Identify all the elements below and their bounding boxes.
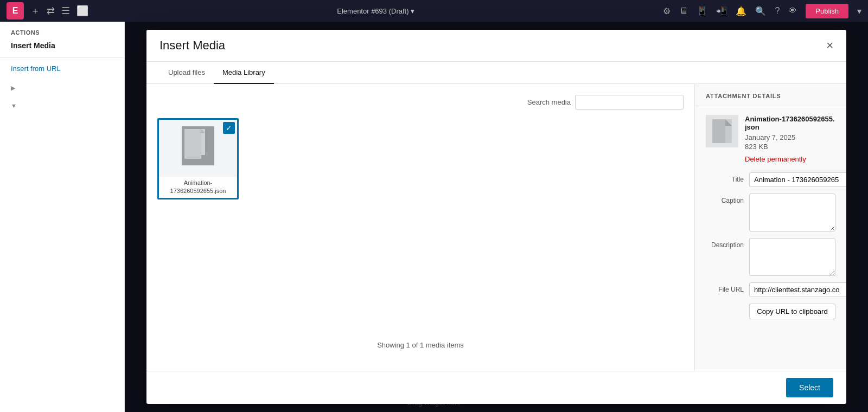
attachment-panel: ATTACHMENT DETAILS Animation-17362605926… (694, 84, 846, 371)
modal-tabs: Upload files Media Library (146, 62, 846, 84)
search-label: Search media (527, 98, 571, 106)
toolbar-right: ⚙ 🖥 📱 📲 🔔 🔍 ? 👁 Publish ▾ (663, 4, 861, 18)
attachment-delete-link[interactable]: Delete permanently (745, 155, 806, 163)
title-label: Title (706, 172, 749, 183)
elementor-logo[interactable]: E (7, 2, 24, 20)
caption-field-row: Caption (706, 194, 835, 231)
svg-rect-4 (184, 129, 201, 159)
attachment-date: January 7, 2025 (745, 133, 835, 141)
description-field-row: Description (706, 238, 835, 276)
tab-media-library[interactable]: Media Library (214, 62, 274, 84)
attachment-size: 823 KB (745, 143, 835, 151)
caption-label: Caption (706, 194, 749, 204)
title-field-row: Title (706, 172, 835, 187)
media-item-check: ✓ (223, 122, 235, 134)
search-input[interactable] (575, 95, 684, 110)
search-icon[interactable]: 🔍 (755, 6, 766, 16)
attachment-fields: Title Caption Description (695, 172, 846, 334)
file-url-field-row: File URL (706, 282, 835, 297)
select-button[interactable]: Select (786, 378, 833, 397)
modal-footer: Select (146, 371, 846, 404)
file-url-label: File URL (706, 282, 749, 293)
svg-rect-6 (712, 119, 725, 143)
modal-overlay: Insert Media × Upload files Media Librar… (125, 22, 868, 412)
attachment-thumbnail (706, 115, 738, 147)
modal-close-button[interactable]: × (826, 40, 833, 52)
history-icon[interactable]: ⇄ (47, 5, 55, 17)
file-url-input[interactable] (749, 282, 846, 297)
copy-url-button[interactable]: Copy URL to clipboard (749, 304, 835, 319)
insert-media-modal: Insert Media × Upload files Media Librar… (146, 30, 846, 404)
attachment-filename: Animation-1736260592655.json (745, 115, 835, 131)
media-grid-area: Search media (146, 84, 694, 371)
notifications-icon[interactable]: 🔔 (736, 6, 746, 16)
top-toolbar: E ＋ ⇄ ☰ ⬜ Elementor #693 (Draft) ▾ ⚙ 🖥 📱… (0, 0, 868, 22)
layers-icon[interactable]: ☰ (61, 5, 70, 17)
sidebar-arrow-1: ▶ (0, 79, 124, 97)
sidebar-arrow-2: ▼ (0, 97, 124, 114)
toolbar-left: E ＋ ⇄ ☰ ⬜ (7, 2, 88, 20)
attachment-preview: Animation-1736260592655.json January 7, … (695, 106, 846, 172)
tab-upload-files[interactable]: Upload files (159, 62, 214, 84)
description-textarea[interactable] (749, 238, 835, 276)
attachment-info: Animation-1736260592655.json January 7, … (745, 115, 835, 164)
file-icon (182, 126, 214, 165)
modal-header: Insert Media × (146, 30, 846, 62)
publish-button[interactable]: Publish (806, 4, 848, 18)
attachment-details-header: ATTACHMENT DETAILS (695, 84, 846, 106)
modal-title: Insert Media (159, 38, 225, 53)
mobile-icon[interactable]: 📲 (716, 6, 727, 16)
publish-dropdown-icon[interactable]: ▾ (857, 6, 861, 16)
sidebar-section-label: Actions (0, 22, 124, 38)
description-label: Description (706, 238, 749, 249)
sidebar-insert-url-link[interactable]: Insert from URL (0, 58, 124, 79)
copy-url-spacer (706, 304, 749, 307)
tablet-icon[interactable]: 📱 (697, 6, 707, 16)
media-status: Showing 1 of 1 media items (157, 330, 684, 360)
title-input[interactable] (749, 172, 846, 187)
desktop-icon[interactable]: 🖥 (679, 6, 688, 16)
sidebar-insert-media-label: Insert Media (0, 38, 124, 58)
media-item-label: Animation- 1736260592655.json (159, 177, 237, 198)
help-icon[interactable]: ? (775, 6, 780, 16)
layout-icon[interactable]: ⬜ (76, 5, 88, 17)
copy-url-row: Copy URL to clipboard (706, 304, 835, 319)
preview-icon[interactable]: 👁 (788, 6, 797, 16)
caption-textarea[interactable] (749, 194, 835, 231)
search-bar-row: Search media (157, 95, 684, 110)
left-sidebar: Actions Insert Media Insert from URL ▶ ▼ (0, 22, 125, 412)
toolbar-title: Elementor #693 (Draft) ▾ (337, 7, 414, 15)
plus-icon[interactable]: ＋ (30, 4, 40, 17)
media-item[interactable]: Animation- 1736260592655.json ✓ (157, 118, 239, 199)
media-items-grid: Animation- 1736260592655.json ✓ (157, 118, 684, 330)
settings-icon[interactable]: ⚙ (663, 6, 671, 16)
modal-body: Search media (146, 84, 846, 371)
